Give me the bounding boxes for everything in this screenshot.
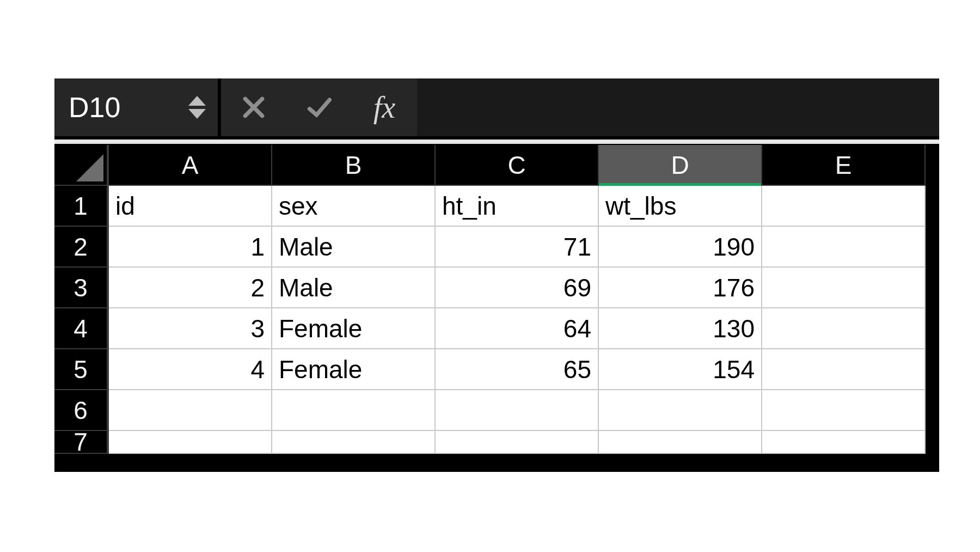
row-header-1[interactable]: 1 (54, 186, 109, 227)
cell-a1[interactable]: id (109, 186, 272, 227)
cell-e4[interactable] (762, 308, 926, 349)
cell-c2[interactable]: 71 (436, 227, 599, 268)
formula-bar: D10 fx (54, 78, 939, 138)
cell-d4[interactable]: 130 (599, 308, 762, 349)
cell-c4[interactable]: 64 (436, 308, 599, 349)
cell-e3[interactable] (762, 268, 926, 308)
cell-d2[interactable]: 190 (599, 227, 762, 268)
row-header-2[interactable]: 2 (54, 227, 109, 268)
cell-b6[interactable] (272, 390, 436, 431)
chevron-up-icon[interactable] (188, 96, 206, 106)
cell-c7[interactable] (436, 431, 599, 454)
cell-e1[interactable] (762, 186, 926, 227)
name-box-stepper[interactable] (186, 78, 208, 136)
enter-button[interactable] (286, 78, 352, 136)
cell-b1[interactable]: sex (272, 186, 436, 227)
spreadsheet-viewport: D10 fx A B C D E (54, 78, 939, 472)
cell-a2[interactable]: 1 (109, 227, 272, 268)
spreadsheet-grid[interactable]: A B C D E 1 id sex ht_in wt_lbs 2 1 Male… (54, 145, 939, 472)
cell-d7[interactable] (599, 431, 762, 454)
cell-e7[interactable] (762, 431, 926, 454)
cell-d5[interactable]: 154 (599, 349, 762, 390)
column-header-e[interactable]: E (762, 145, 926, 186)
cell-c6[interactable] (436, 390, 599, 431)
row-header-7[interactable]: 7 (54, 431, 109, 454)
spacer (54, 138, 939, 145)
cell-a3[interactable]: 2 (109, 268, 272, 308)
cancel-button[interactable] (221, 78, 286, 136)
column-header-d[interactable]: D (599, 145, 762, 186)
fx-icon: fx (373, 90, 395, 125)
row-header-4[interactable]: 4 (54, 308, 109, 349)
row-header-6[interactable]: 6 (54, 390, 109, 431)
cell-b5[interactable]: Female (272, 349, 436, 390)
column-header-a[interactable]: A (109, 145, 272, 186)
cell-a7[interactable] (109, 431, 272, 454)
cell-a5[interactable]: 4 (109, 349, 272, 390)
cell-b3[interactable]: Male (272, 268, 436, 308)
insert-function-button[interactable]: fx (352, 78, 417, 136)
formula-input[interactable] (417, 78, 939, 136)
cell-b4[interactable]: Female (272, 308, 436, 349)
cell-b2[interactable]: Male (272, 227, 436, 268)
cell-a6[interactable] (109, 390, 272, 431)
cell-d6[interactable] (599, 390, 762, 431)
cell-d1[interactable]: wt_lbs (599, 186, 762, 227)
cell-c3[interactable]: 69 (436, 268, 599, 308)
column-header-b[interactable]: B (272, 145, 436, 186)
row-header-5[interactable]: 5 (54, 349, 109, 390)
column-header-c[interactable]: C (436, 145, 599, 186)
name-box-value: D10 (69, 91, 120, 124)
chevron-down-icon[interactable] (188, 109, 206, 119)
row-header-3[interactable]: 3 (54, 268, 109, 308)
close-icon (241, 95, 266, 120)
cell-c1[interactable]: ht_in (436, 186, 599, 227)
cell-c5[interactable]: 65 (436, 349, 599, 390)
cell-d3[interactable]: 176 (599, 268, 762, 308)
check-icon (307, 95, 332, 120)
select-all-corner[interactable] (54, 145, 109, 186)
cell-e2[interactable] (762, 227, 926, 268)
cell-e5[interactable] (762, 349, 926, 390)
cell-b7[interactable] (272, 431, 436, 454)
name-box[interactable]: D10 (54, 78, 218, 136)
cell-e6[interactable] (762, 390, 926, 431)
cell-a4[interactable]: 3 (109, 308, 272, 349)
